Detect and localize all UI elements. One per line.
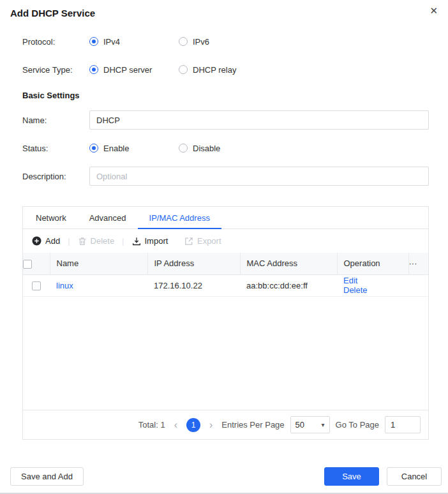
service-type-label: Service Type: — [22, 65, 89, 75]
column-header-mac-address: MAC Address — [240, 253, 337, 274]
radio-selected-icon — [89, 144, 98, 153]
ip-mac-panel: Network Advanced IP/MAC Address Add | De… — [22, 206, 429, 440]
dialog-header: Add DHCP Service ✕ — [0, 0, 448, 22]
delete-label: Delete — [91, 236, 115, 246]
row-name-cell: linux — [50, 274, 147, 296]
delete-button[interactable]: Delete — [78, 236, 115, 246]
go-to-page-label: Go To Page — [336, 420, 379, 430]
row-checkbox[interactable] — [32, 281, 41, 290]
add-dhcp-service-dialog: Add DHCP Service ✕ Protocol: IPv4 IPv6 S… — [0, 0, 448, 494]
table-toolbar: Add | Delete | Import — [23, 229, 428, 253]
entries-per-page-value: 50 — [295, 420, 304, 430]
name-row: Name: — [22, 110, 429, 130]
status-radio-group: Enable Disable — [89, 144, 268, 153]
column-settings-icon[interactable]: ··· — [408, 253, 428, 274]
radio-disable-label: Disable — [193, 144, 220, 153]
radio-enable-label: Enable — [103, 144, 129, 153]
description-row: Description: — [22, 167, 429, 186]
status-label: Status: — [22, 144, 89, 153]
go-to-page-input[interactable] — [385, 416, 421, 433]
radio-ipv6[interactable]: IPv6 — [179, 37, 268, 47]
cancel-button[interactable]: Cancel — [387, 467, 442, 486]
tab-network[interactable]: Network — [24, 207, 78, 229]
row-extra-cell — [408, 274, 428, 296]
export-icon — [184, 237, 193, 246]
column-header-ip-address: IP Address — [147, 253, 240, 274]
header-checkbox-cell — [23, 253, 50, 274]
radio-selected-icon — [89, 65, 98, 74]
import-label: Import — [145, 236, 168, 246]
radio-selected-icon — [89, 37, 98, 46]
row-mac-cell: aa:bb:cc:dd:ee:ff — [240, 274, 337, 296]
export-button[interactable]: Export — [184, 236, 221, 246]
radio-unselected-icon — [179, 144, 188, 153]
radio-dhcp-server-label: DHCP server — [103, 65, 152, 75]
status-row: Status: Enable Disable — [22, 138, 429, 158]
protocol-row: Protocol: IPv4 IPv6 — [22, 32, 429, 51]
table-header-row: Name IP Address MAC Address Operation ··… — [23, 253, 428, 274]
row-edit-link[interactable]: Edit — [343, 276, 357, 285]
radio-dhcp-relay[interactable]: DHCP relay — [179, 65, 268, 75]
save-and-add-button[interactable]: Save and Add — [10, 467, 84, 486]
row-checkbox-cell — [23, 274, 50, 296]
radio-disable[interactable]: Disable — [179, 144, 268, 153]
add-label: Add — [45, 236, 60, 246]
row-name-link[interactable]: linux — [56, 281, 73, 290]
name-label: Name: — [22, 116, 89, 125]
column-header-name: Name — [50, 253, 147, 274]
trash-icon — [78, 237, 87, 246]
prev-page-icon[interactable]: ‹ — [171, 419, 181, 431]
page-title: Add DHCP Service — [10, 8, 438, 19]
tab-advanced[interactable]: Advanced — [78, 207, 138, 229]
panel-tabs: Network Advanced IP/MAC Address — [23, 207, 428, 229]
select-all-checkbox[interactable] — [23, 260, 32, 269]
table-row: linux 172.16.10.22 aa:bb:cc:dd:ee:ff Edi… — [23, 274, 428, 296]
ip-mac-table: Name IP Address MAC Address Operation ··… — [23, 253, 428, 297]
radio-unselected-icon — [179, 65, 188, 74]
row-operation-cell: Edit Delete — [337, 274, 408, 296]
add-button[interactable]: Add — [32, 236, 60, 246]
radio-dhcp-server[interactable]: DHCP server — [89, 65, 179, 75]
pagination-bar: Total: 1 ‹ 1 › Entries Per Page 50 ▾ Go … — [23, 410, 428, 439]
row-delete-link[interactable]: Delete — [343, 285, 368, 295]
export-label: Export — [197, 236, 221, 246]
dialog-footer: Save and Add Save Cancel — [0, 467, 448, 493]
description-input[interactable] — [89, 167, 429, 186]
protocol-label: Protocol: — [22, 37, 89, 47]
next-page-icon[interactable]: › — [206, 419, 216, 431]
row-ip-cell: 172.16.10.22 — [147, 274, 240, 296]
toolbar-divider: | — [122, 236, 124, 246]
import-icon — [132, 237, 141, 246]
import-button[interactable]: Import — [132, 236, 168, 246]
description-label: Description: — [22, 172, 89, 181]
add-icon — [32, 236, 41, 246]
close-icon[interactable]: ✕ — [429, 5, 438, 17]
current-page-button[interactable]: 1 — [186, 418, 200, 432]
radio-ipv4[interactable]: IPv4 — [89, 37, 179, 47]
table-empty-area — [23, 297, 428, 410]
save-button[interactable]: Save — [324, 467, 379, 486]
column-header-operation: Operation — [337, 253, 408, 274]
radio-dhcp-relay-label: DHCP relay — [193, 65, 236, 75]
service-type-radio-group: DHCP server DHCP relay — [89, 65, 268, 75]
radio-ipv6-label: IPv6 — [193, 37, 209, 47]
radio-ipv4-label: IPv4 — [103, 37, 120, 47]
dialog-body: Protocol: IPv4 IPv6 Service Type: DHCP s… — [0, 22, 448, 467]
tab-ip-mac-address[interactable]: IP/MAC Address — [138, 207, 221, 229]
service-type-row: Service Type: DHCP server DHCP relay — [22, 60, 429, 79]
pagination-total: Total: 1 — [138, 420, 165, 430]
name-input[interactable] — [89, 110, 429, 130]
protocol-radio-group: IPv4 IPv6 — [89, 37, 268, 47]
chevron-down-icon: ▾ — [322, 421, 325, 428]
footer-right-buttons: Save Cancel — [324, 467, 442, 486]
radio-unselected-icon — [179, 37, 188, 46]
entries-per-page-select[interactable]: 50 ▾ — [290, 416, 330, 433]
basic-settings-heading: Basic Settings — [22, 91, 429, 100]
entries-per-page-label: Entries Per Page — [221, 420, 284, 430]
toolbar-divider — [179, 236, 182, 246]
toolbar-divider: | — [68, 236, 70, 246]
radio-enable[interactable]: Enable — [89, 144, 179, 153]
